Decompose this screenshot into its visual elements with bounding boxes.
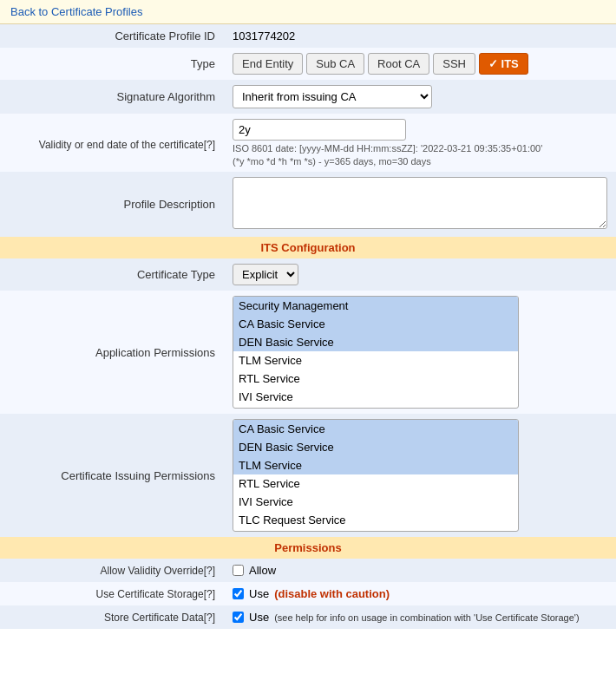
list-item[interactable]: TLM Service	[233, 351, 518, 370]
type-btn-ssh[interactable]: SSH	[433, 53, 475, 75]
list-item[interactable]: CA Basic Service	[233, 315, 518, 333]
list-item[interactable]: CA Basic Service	[233, 420, 518, 438]
validity-hint2: (*y *mo *d *h *m *s) - y=365 days, mo=30…	[233, 156, 609, 167]
list-item[interactable]: RTL Service	[233, 474, 518, 493]
profile-id-value: 1031774202	[226, 24, 616, 48]
list-item[interactable]: TLC Request Service	[233, 511, 518, 529]
use-cert-storage-checkbox[interactable]	[233, 588, 244, 599]
allow-validity-row: Allow	[233, 564, 609, 577]
profile-id-label: Certificate Profile ID	[0, 24, 226, 48]
desc-textarea[interactable]	[233, 177, 607, 229]
store-cert-checkbox[interactable]	[233, 612, 244, 623]
use-cert-storage-label: Use Certificate Storage[?]	[0, 582, 226, 605]
app-perm-label: Application Permissions	[0, 291, 226, 414]
list-item[interactable]: IVI Service	[233, 388, 518, 406]
cert-type-select[interactable]: Explicit Implicit	[233, 264, 298, 285]
type-btn-root-ca[interactable]: Root CA	[368, 53, 429, 75]
cert-issuing-listbox[interactable]: CA Basic Service DEN Basic Service TLM S…	[233, 419, 519, 532]
type-label: Type	[0, 48, 226, 80]
type-btn-sub-ca[interactable]: Sub CA	[306, 53, 364, 75]
validity-input[interactable]	[233, 119, 406, 141]
use-cert-storage-caution: (disable with caution)	[274, 587, 390, 600]
list-item[interactable]: DEN Basic Service	[233, 438, 518, 456]
list-item[interactable]: Security Management	[233, 297, 518, 315]
top-bar: Back to Certificate Profiles	[0, 0, 616, 24]
type-btn-end-entity[interactable]: End Entity	[233, 53, 303, 75]
cert-issuing-label: Certificate Issuing Permissions	[0, 414, 226, 537]
allow-validity-label: Allow Validity Override[?]	[0, 559, 226, 582]
validity-hint1: ISO 8601 date: [yyyy-MM-dd HH:mm:ssZZ]: …	[233, 143, 609, 154]
store-cert-text: Use	[249, 611, 269, 624]
list-item[interactable]: IVI Service	[233, 493, 518, 511]
validity-label: Validity or end date of the certificate[…	[0, 114, 226, 172]
sig-algo-select[interactable]: Inherit from issuing CA SHA256WithRSA SH…	[233, 85, 432, 108]
type-buttons-group: End Entity Sub CA Root CA SSH ✓ ITS	[233, 53, 609, 75]
store-cert-row: Use (see help for info on usage in combi…	[233, 611, 609, 624]
allow-validity-text: Allow	[249, 564, 276, 577]
type-btn-its[interactable]: ✓ ITS	[479, 53, 528, 75]
desc-label: Profile Description	[0, 172, 226, 237]
store-cert-hint: (see help for info on usage in combinati…	[274, 612, 580, 623]
its-config-header: ITS Configuration	[0, 237, 616, 258]
store-cert-label: Store Certificate Data[?]	[0, 605, 226, 629]
sig-algo-label: Signature Algorithm	[0, 80, 226, 114]
app-perm-listbox[interactable]: Security Management CA Basic Service DEN…	[233, 296, 519, 409]
use-cert-storage-row: Use (disable with caution)	[233, 587, 609, 600]
cert-type-label: Certificate Type	[0, 258, 226, 291]
allow-validity-checkbox[interactable]	[233, 565, 244, 576]
list-item[interactable]: RTL Service	[233, 370, 518, 388]
back-to-profiles-link[interactable]: Back to Certificate Profiles	[10, 5, 142, 18]
use-cert-storage-text: Use	[249, 587, 269, 600]
list-item[interactable]: DEN Basic Service	[233, 333, 518, 351]
permissions-header: Permissions	[0, 537, 616, 559]
list-item[interactable]: TLM Service	[233, 456, 518, 474]
